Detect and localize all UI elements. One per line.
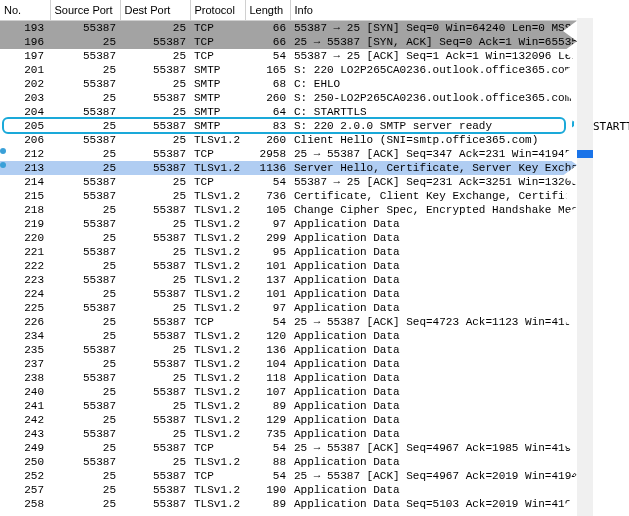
table-header[interactable]: No. Source Port Dest Port Protocol Lengt… bbox=[0, 0, 629, 21]
cell-proto: TLSv1.2 bbox=[190, 259, 245, 273]
col-header-proto[interactable]: Protocol bbox=[190, 0, 245, 21]
cell-len: 88 bbox=[245, 455, 290, 469]
table-body[interactable]: 1935538725TCP6655387 → 25 [SYN] Seq=0 Wi… bbox=[0, 21, 629, 512]
table-row[interactable]: 2242555387TLSv1.2101Application Data bbox=[0, 287, 629, 301]
cell-no: 252 bbox=[0, 469, 50, 483]
cell-len: 104 bbox=[245, 357, 290, 371]
packet-table[interactable]: No. Source Port Dest Port Protocol Lengt… bbox=[0, 0, 629, 511]
cell-no: 197 bbox=[0, 49, 50, 63]
table-row[interactable]: 2182555387TLSv1.2105Change Cipher Spec, … bbox=[0, 203, 629, 217]
table-row[interactable]: 2522555387TCP5425 → 55387 [ACK] Seq=4967… bbox=[0, 469, 629, 483]
table-row[interactable]: 2342555387TLSv1.2120Application Data bbox=[0, 329, 629, 343]
cell-src: 55387 bbox=[50, 189, 120, 203]
table-row[interactable]: 2202555387TLSv1.2299Application Data bbox=[0, 231, 629, 245]
cell-proto: TLSv1.2 bbox=[190, 287, 245, 301]
cell-src: 25 bbox=[50, 119, 120, 133]
cell-dst: 25 bbox=[120, 133, 190, 147]
starttls-badge: STARTTLS bbox=[593, 120, 629, 133]
table-row[interactable]: 2145538725TCP5455387 → 25 [ACK] Seq=231 … bbox=[0, 175, 629, 189]
cell-proto: TCP bbox=[190, 175, 245, 189]
table-row[interactable]: 2155538725TLSv1.2736Certificate, Client … bbox=[0, 189, 629, 203]
table-row[interactable]: 2372555387TLSv1.2104Application Data bbox=[0, 357, 629, 371]
cell-src: 55387 bbox=[50, 427, 120, 441]
table-row[interactable]: 2065538725TLSv1.2260Client Hello (SNI=sm… bbox=[0, 133, 629, 147]
table-row[interactable]: 2415538725TLSv1.289Application Data bbox=[0, 399, 629, 413]
cell-proto: SMTP bbox=[190, 77, 245, 91]
cell-proto: TCP bbox=[190, 315, 245, 329]
col-header-src[interactable]: Source Port bbox=[50, 0, 120, 21]
cell-len: 260 bbox=[245, 91, 290, 105]
table-row[interactable]: 2492555387TCP5425 → 55387 [ACK] Seq=4967… bbox=[0, 441, 629, 455]
table-row[interactable]: 2195538725TLSv1.297Application Data bbox=[0, 217, 629, 231]
packet-list-pane[interactable]: No. Source Port Dest Port Protocol Lengt… bbox=[0, 0, 629, 516]
cell-src: 25 bbox=[50, 469, 120, 483]
cell-proto: TLSv1.2 bbox=[190, 357, 245, 371]
cell-len: 136 bbox=[245, 343, 290, 357]
cell-len: 107 bbox=[245, 385, 290, 399]
cell-no: 221 bbox=[0, 245, 50, 259]
table-row[interactable]: 2122555387TCP295825 → 55387 [ACK] Seq=34… bbox=[0, 147, 629, 161]
cell-no: 249 bbox=[0, 441, 50, 455]
cell-len: 137 bbox=[245, 273, 290, 287]
table-row[interactable]: 2132555387TLSv1.21136Server Hello, Certi… bbox=[0, 161, 629, 175]
table-row[interactable]: 2235538725TLSv1.2137Application Data bbox=[0, 273, 629, 287]
cell-no: 234 bbox=[0, 329, 50, 343]
cell-src: 25 bbox=[50, 91, 120, 105]
cell-dst: 55387 bbox=[120, 441, 190, 455]
cell-len: 97 bbox=[245, 217, 290, 231]
table-row[interactable]: 2032555387SMTP260S: 250-LO2P265CA0236.ou… bbox=[0, 91, 629, 105]
table-row[interactable]: 2435538725TLSv1.2735Application Data bbox=[0, 427, 629, 441]
cell-no: 226 bbox=[0, 315, 50, 329]
cell-len: 54 bbox=[245, 315, 290, 329]
cell-len: 101 bbox=[245, 259, 290, 273]
cell-len: 105 bbox=[245, 203, 290, 217]
table-row[interactable]: 1962555387TCP6625 → 55387 [SYN, ACK] Seq… bbox=[0, 35, 629, 49]
cell-src: 25 bbox=[50, 35, 120, 49]
cell-dst: 25 bbox=[120, 427, 190, 441]
cell-src: 55387 bbox=[50, 175, 120, 189]
table-row[interactable]: 2052555387SMTP83S: 220 2.0.0 SMTP server… bbox=[0, 119, 629, 133]
col-header-dst[interactable]: Dest Port bbox=[120, 0, 190, 21]
table-row[interactable]: 2255538725TLSv1.297Application Data bbox=[0, 301, 629, 315]
scrollbar-thumb[interactable] bbox=[577, 150, 593, 158]
table-row[interactable]: 2402555387TLSv1.2107Application Data bbox=[0, 385, 629, 399]
cell-src: 55387 bbox=[50, 49, 120, 63]
cell-no: 214 bbox=[0, 175, 50, 189]
table-row[interactable]: 2222555387TLSv1.2101Application Data bbox=[0, 259, 629, 273]
cell-dst: 55387 bbox=[120, 357, 190, 371]
cell-src: 25 bbox=[50, 441, 120, 455]
cell-dst: 25 bbox=[120, 49, 190, 63]
scrollbar-track[interactable] bbox=[577, 18, 593, 516]
table-row[interactable]: 2505538725TLSv1.288Application Data bbox=[0, 455, 629, 469]
cell-len: 54 bbox=[245, 49, 290, 63]
cell-proto: TLSv1.2 bbox=[190, 203, 245, 217]
cell-no: 238 bbox=[0, 371, 50, 385]
col-header-no[interactable]: No. bbox=[0, 0, 50, 21]
table-row[interactable]: 2422555387TLSv1.2129Application Data bbox=[0, 413, 629, 427]
table-row[interactable]: 2385538725TLSv1.2118Application Data bbox=[0, 371, 629, 385]
cell-len: 83 bbox=[245, 119, 290, 133]
table-row[interactable]: 1935538725TCP6655387 → 25 [SYN] Seq=0 Wi… bbox=[0, 21, 629, 36]
table-row[interactable]: 1975538725TCP5455387 → 25 [ACK] Seq=1 Ac… bbox=[0, 49, 629, 63]
cell-src: 55387 bbox=[50, 399, 120, 413]
col-header-len[interactable]: Length bbox=[245, 0, 290, 21]
cell-proto: TLSv1.2 bbox=[190, 133, 245, 147]
cell-src: 55387 bbox=[50, 455, 120, 469]
cell-no: 235 bbox=[0, 343, 50, 357]
cell-dst: 25 bbox=[120, 273, 190, 287]
table-row[interactable]: 2582555387TLSv1.289Application Data Seq=… bbox=[0, 497, 629, 511]
cell-dst: 55387 bbox=[120, 91, 190, 105]
table-row[interactable]: 2355538725TLSv1.2136Application Data bbox=[0, 343, 629, 357]
related-marker-icon bbox=[0, 162, 6, 168]
table-row[interactable]: 2572555387TLSv1.2190Application Data bbox=[0, 483, 629, 497]
cell-proto: TLSv1.2 bbox=[190, 497, 245, 511]
table-row[interactable]: 2045538725SMTP64C: STARTTLS bbox=[0, 105, 629, 119]
table-row[interactable]: 2012555387SMTP165S: 220 LO2P265CA0236.ou… bbox=[0, 63, 629, 77]
cell-len: 735 bbox=[245, 427, 290, 441]
cell-src: 25 bbox=[50, 287, 120, 301]
cell-proto: TLSv1.2 bbox=[190, 217, 245, 231]
cell-no: 242 bbox=[0, 413, 50, 427]
table-row[interactable]: 2025538725SMTP68C: EHLO bbox=[0, 77, 629, 91]
table-row[interactable]: 2262555387TCP5425 → 55387 [ACK] Seq=4723… bbox=[0, 315, 629, 329]
table-row[interactable]: 2215538725TLSv1.295Application Data bbox=[0, 245, 629, 259]
